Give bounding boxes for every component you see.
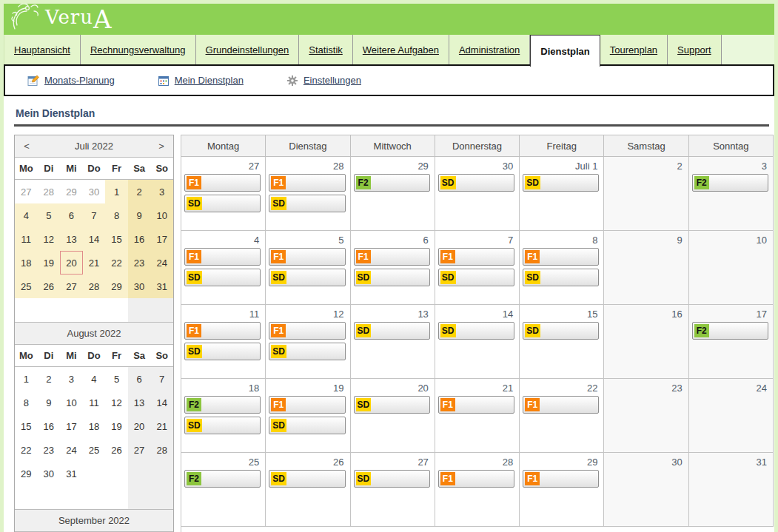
shift-entry-f1[interactable]: F1: [184, 174, 261, 192]
tab-dienstplan[interactable]: Dienstplan: [530, 35, 600, 67]
toolbar-item-mein-dienstplan[interactable]: Mein Dienstplan: [158, 75, 244, 87]
mini-day[interactable]: 18: [83, 414, 106, 438]
shift-entry-sd[interactable]: SD: [269, 343, 345, 360]
mini-day[interactable]: 24: [150, 251, 173, 275]
calendar-day-cell[interactable]: 6F1SD: [351, 231, 435, 305]
calendar-day-cell[interactable]: 28F1: [435, 453, 520, 527]
calendar-day-cell[interactable]: 23: [604, 379, 688, 453]
mini-day[interactable]: 8: [105, 203, 128, 227]
mini-day[interactable]: 21: [83, 251, 106, 275]
mini-day[interactable]: 15: [105, 227, 128, 251]
tab-tourenplan[interactable]: Tourenplan: [600, 35, 668, 64]
mini-day[interactable]: 11: [15, 227, 38, 251]
mini-day[interactable]: 31: [60, 462, 83, 485]
shift-entry-sd[interactable]: SD: [523, 174, 599, 192]
prev-month-button[interactable]: <: [15, 141, 38, 152]
mini-day[interactable]: 23: [38, 438, 61, 462]
shift-entry-f2[interactable]: F2: [692, 174, 768, 192]
shift-entry-f1[interactable]: F1: [354, 248, 430, 266]
mini-day[interactable]: 13: [60, 227, 83, 251]
mini-day[interactable]: 1: [105, 180, 128, 204]
shift-entry-sd[interactable]: SD: [523, 269, 599, 286]
mini-day[interactable]: 27: [60, 275, 83, 298]
mini-day[interactable]: 16: [38, 414, 61, 438]
mini-day[interactable]: 28: [83, 275, 106, 298]
shift-entry-sd[interactable]: SD: [184, 343, 261, 360]
calendar-day-cell[interactable]: 5F1SD: [266, 231, 350, 305]
shift-entry-f1[interactable]: F1: [269, 248, 345, 266]
mini-day[interactable]: 4: [15, 203, 38, 227]
toolbar-item-einstellungen[interactable]: Einstellungen: [286, 75, 361, 87]
mini-day[interactable]: 22: [105, 251, 128, 275]
shift-entry-f1[interactable]: F1: [438, 396, 514, 414]
calendar-day-cell[interactable]: 15SD: [520, 305, 604, 379]
mini-day[interactable]: 25: [15, 275, 38, 298]
mini-day[interactable]: 11: [83, 391, 106, 414]
calendar-day-cell[interactable]: Juli 1SD: [520, 157, 604, 231]
calendar-day-cell[interactable]: 13SD: [351, 305, 435, 379]
mini-day[interactable]: 19: [38, 251, 61, 275]
shift-entry-sd[interactable]: SD: [523, 322, 599, 340]
mini-day[interactable]: 20: [128, 414, 151, 438]
mini-day[interactable]: 3: [60, 367, 83, 391]
calendar-day-cell[interactable]: 21F1: [435, 379, 520, 453]
mini-day[interactable]: 10: [60, 391, 83, 414]
mini-day[interactable]: 13: [128, 391, 151, 414]
calendar-day-cell[interactable]: 29F1: [520, 453, 604, 527]
calendar-day-cell[interactable]: 19F1SD: [266, 379, 350, 453]
toolbar-item-monats-planung[interactable]: Monats-Planung: [27, 75, 115, 87]
mini-day[interactable]: 12: [38, 227, 61, 251]
tab-administration[interactable]: Administration: [449, 35, 530, 64]
tab-weitere-aufgaben[interactable]: Weitere Aufgaben: [353, 35, 449, 64]
mini-day[interactable]: 31: [150, 275, 173, 298]
mini-day[interactable]: 7: [150, 367, 173, 391]
mini-day[interactable]: 30: [128, 275, 151, 298]
calendar-day-cell[interactable]: 27SD: [351, 453, 435, 527]
shift-entry-f1[interactable]: F1: [523, 396, 599, 414]
shift-entry-sd[interactable]: SD: [184, 269, 261, 286]
calendar-day-cell[interactable]: 24: [689, 379, 774, 453]
shift-entry-f1[interactable]: F1: [438, 470, 514, 488]
shift-entry-f1[interactable]: F1: [269, 396, 345, 414]
calendar-day-cell[interactable]: 26SD: [266, 453, 350, 527]
shift-entry-sd[interactable]: SD: [269, 470, 345, 488]
calendar-day-cell[interactable]: 3F2: [689, 157, 774, 231]
shift-entry-f1[interactable]: F1: [523, 470, 599, 488]
shift-entry-sd[interactable]: SD: [438, 174, 514, 192]
mini-day[interactable]: 6: [60, 203, 83, 227]
shift-entry-f1[interactable]: F1: [523, 248, 599, 266]
shift-entry-sd[interactable]: SD: [438, 322, 514, 340]
shift-entry-sd[interactable]: SD: [354, 396, 430, 414]
mini-day[interactable]: 8: [15, 391, 38, 414]
mini-day[interactable]: 4: [83, 367, 106, 391]
mini-day[interactable]: 26: [105, 438, 128, 462]
mini-day[interactable]: 15: [15, 414, 38, 438]
mini-day[interactable]: 9: [128, 203, 151, 227]
calendar-day-cell[interactable]: 17F2: [689, 305, 774, 379]
tab-grundeinstellungen[interactable]: Grundeinstellungen: [196, 35, 300, 64]
mini-day[interactable]: 30: [38, 462, 61, 485]
calendar-day-cell[interactable]: 7F1SD: [435, 231, 520, 305]
calendar-day-cell[interactable]: 12F1SD: [266, 305, 350, 379]
shift-entry-f2[interactable]: F2: [692, 322, 768, 340]
mini-day[interactable]: 17: [150, 227, 173, 251]
mini-day[interactable]: 5: [105, 367, 128, 391]
mini-day[interactable]: 12: [105, 391, 128, 414]
calendar-day-cell[interactable]: 16: [604, 305, 688, 379]
calendar-day-cell[interactable]: 28F1SD: [266, 157, 350, 231]
mini-day[interactable]: 16: [128, 227, 151, 251]
mini-day[interactable]: 17: [60, 414, 83, 438]
shift-entry-f1[interactable]: F1: [438, 248, 514, 266]
mini-day[interactable]: 29: [105, 275, 128, 298]
shift-entry-sd[interactable]: SD: [269, 417, 345, 434]
shift-entry-sd[interactable]: SD: [438, 269, 514, 286]
mini-day[interactable]: 3: [150, 180, 173, 204]
calendar-day-cell[interactable]: 29F2: [351, 157, 435, 231]
shift-entry-f2[interactable]: F2: [184, 470, 261, 488]
tab-rechnungsverwaltung[interactable]: Rechnungsverwaltung: [81, 35, 196, 64]
mini-day-today[interactable]: 20: [60, 251, 83, 275]
mini-day[interactable]: 19: [105, 414, 128, 438]
mini-day[interactable]: 29: [15, 462, 38, 485]
mini-day[interactable]: 10: [150, 203, 173, 227]
mini-day[interactable]: 25: [83, 438, 106, 462]
